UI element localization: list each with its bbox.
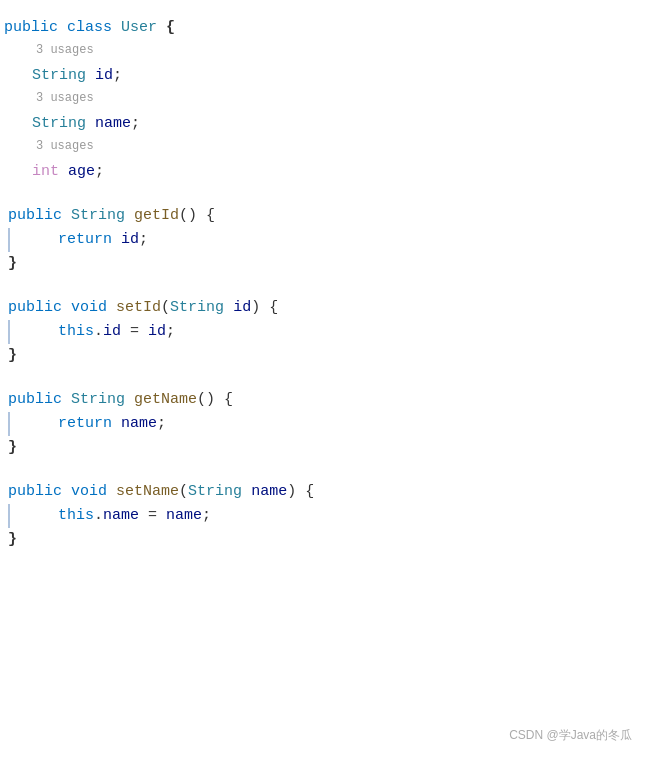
code-text: } [8,528,17,552]
code-line: } [0,436,648,460]
code-line-blank [0,368,648,388]
usage-hint: 3 usages [4,136,94,158]
code-line: return id; [8,228,648,252]
code-text: int age; [32,160,104,184]
code-text: public String getName() { [8,388,233,412]
code-line-blank [0,184,648,204]
code-line: 3 usages [0,40,648,64]
code-text: } [8,436,17,460]
code-line-blank [0,276,648,296]
code-line: public String getId() { [0,204,648,228]
code-text: } [8,252,17,276]
usage-hint: 3 usages [4,40,94,62]
code-text: String name; [32,112,140,136]
code-line: public void setName(String name) { [0,480,648,504]
code-line: } [0,344,648,368]
code-text: } [8,344,17,368]
code-text: String id; [32,64,122,88]
code-text: return name; [58,412,166,436]
code-line: return name; [8,412,648,436]
watermark: CSDN @学Java的冬瓜 [509,726,632,745]
code-line: this.name = name; [8,504,648,528]
code-text: public class User { [4,16,175,40]
usage-hint: 3 usages [4,88,94,110]
code-text: public String getId() { [8,204,215,228]
code-editor: public class User { 3 usages String id; … [0,0,648,757]
code-line: this.id = id; [8,320,648,344]
code-text: public void setName(String name) { [8,480,314,504]
code-line: 3 usages [0,88,648,112]
code-line: public String getName() { [0,388,648,412]
code-line: String name; [0,112,648,136]
code-line: int age; [0,160,648,184]
code-line: String id; [0,64,648,88]
code-line: 3 usages [0,136,648,160]
code-line-blank [0,460,648,480]
code-text: return id; [58,228,148,252]
code-text: this.id = id; [58,320,175,344]
code-text: this.name = name; [58,504,211,528]
code-line: } [0,252,648,276]
code-line: public class User { [0,16,648,40]
code-line: } [0,528,648,552]
code-text: public void setId(String id) { [8,296,278,320]
code-line: public void setId(String id) { [0,296,648,320]
